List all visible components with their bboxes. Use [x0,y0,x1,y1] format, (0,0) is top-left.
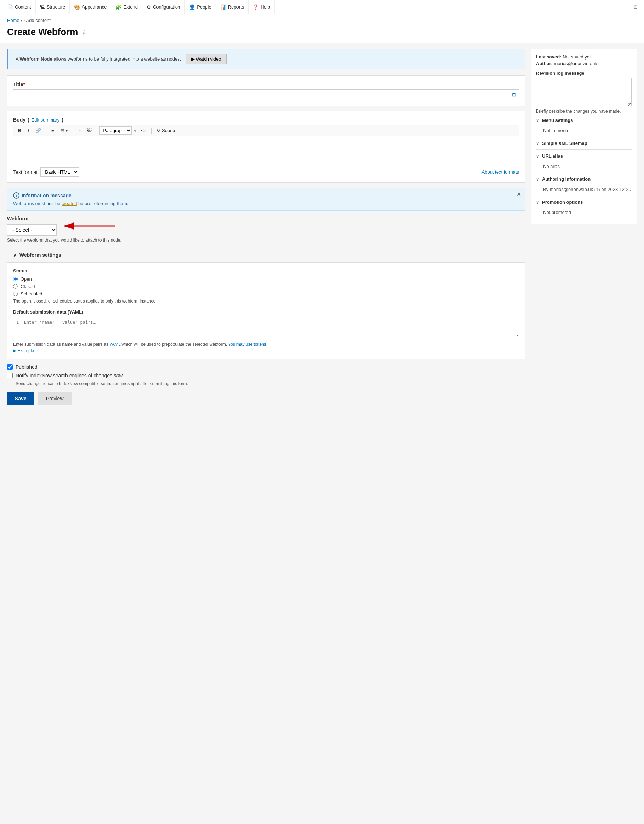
page-header: Create Webform ☆ [0,25,644,43]
people-icon: 👤 [189,4,195,10]
url-alias-chevron-icon: ∨ [536,154,539,159]
info-message-close-button[interactable]: ✕ [517,191,521,198]
toolbar-image-button[interactable]: 🖼 [84,127,94,134]
info-suffix: allows webforms to be fully integrated i… [54,56,181,61]
content-icon: 📄 [7,4,13,10]
extend-icon: 🧩 [115,4,121,10]
text-format-label: Text format [13,169,38,175]
promotion-chevron-icon: ∨ [536,200,539,205]
webform-selector-section: Webform - Select - Select the webform th… [7,216,525,243]
edit-summary-link[interactable]: Edit summary [32,117,60,123]
notify-label[interactable]: Notify IndexNow search engines of change… [15,373,123,378]
resize-handle-icon: ⊿ [627,101,630,106]
promotion-value: Not promoted [543,210,571,215]
watch-video-button[interactable]: ▶ Watch video [186,54,227,64]
info-circle-icon: i [13,192,20,199]
title-input[interactable] [13,89,519,100]
page-title: Create Webform [7,26,78,38]
info-message-title-text: Information message [21,193,72,198]
toolbar-blockquote-button[interactable]: ❝ [76,127,83,134]
toolbar-source-button[interactable]: ↻ Source [154,127,179,134]
toolbar-separator-1 [46,128,46,134]
yaml-link[interactable]: YAML [109,342,120,347]
info-text-after: before referencing them. [77,201,128,206]
notify-help-text: Send change notice to IndexNow compatibl… [15,381,525,386]
webform-select[interactable]: - Select - [7,224,57,235]
info-created-link[interactable]: created [61,201,77,206]
required-indicator: * [23,81,25,87]
revision-log-textarea[interactable] [536,78,632,106]
nav-label-structure: Structure [47,4,66,9]
body-field-section: Body ( Edit summary ) B I 🔗 ≡ ⊟ ▾ ❝ 🖼 Pa… [7,111,525,183]
example-link[interactable]: ▶ Example [13,348,34,353]
info-banner: A Webform Node allows webforms to be ful… [7,49,525,69]
nav-item-extend[interactable]: 🧩 Extend [111,0,142,14]
title-label: Title* [13,81,519,87]
toolbar-italic-button[interactable]: I [25,127,32,134]
webform-help-text: Select the webform that you would like t… [7,238,525,243]
toolbar-numbered-list-button[interactable]: ⊟ ▾ [58,127,71,134]
save-button[interactable]: Save [7,392,34,405]
nav-item-configuration[interactable]: ⚙ Configuration [142,0,185,14]
menu-settings-content: Not in menu [536,126,632,137]
promotion-accordion-header[interactable]: ∨ Promotion options [536,195,632,208]
about-text-formats-link[interactable]: About text formats [482,169,519,175]
nav-item-people[interactable]: 👤 People [185,0,216,14]
url-alias-accordion-header[interactable]: ∨ URL alias [536,149,632,162]
configuration-icon: ⚙ [147,4,151,10]
breadcrumb-add-content: Add content [26,18,51,23]
webform-settings-accordion-header[interactable]: ∧ Webform settings [8,248,525,263]
tokens-link[interactable]: You may use tokens. [228,342,267,347]
status-scheduled-radio[interactable] [13,292,18,296]
nav-right-icon[interactable]: ⊞ [630,4,641,9]
nav-label-extend: Extend [123,4,137,9]
yaml-label: Default submission data (YAML) [13,309,519,315]
right-panel-card: Last saved: Not saved yet Author: marios… [531,49,637,224]
nav-item-appearance[interactable]: 🎨 Appearance [70,0,111,14]
notify-checkbox[interactable] [7,373,13,378]
status-open-row: Open [13,276,519,281]
structure-icon: 🏗 [40,4,45,10]
status-closed-label[interactable]: Closed [20,284,35,289]
nav-item-content[interactable]: 📄 Content [3,0,36,14]
nav-label-content: Content [15,4,31,9]
notify-label-text: Notify IndexNow search engines of change… [15,373,113,378]
simple-xml-accordion-header[interactable]: ∨ Simple XML Sitemap [536,137,632,149]
published-row: Published [7,364,525,370]
nav-item-reports[interactable]: 📊 Reports [216,0,249,14]
notify-row: Notify IndexNow search engines of change… [7,373,525,378]
toolbar-bullet-list-button[interactable]: ≡ [49,127,57,134]
paragraph-format-select[interactable]: Paragraph [100,126,132,135]
status-closed-radio[interactable] [13,284,18,289]
menu-settings-value: Not in menu [543,128,568,133]
menu-settings-chevron-icon: ∨ [536,118,539,123]
title-input-wrapper: ⊞ [13,89,519,100]
status-open-label[interactable]: Open [20,276,32,281]
text-format-row: Text format Basic HTML Full HTML Plain t… [13,167,519,177]
body-editor-area[interactable] [13,136,519,164]
authoring-accordion-header[interactable]: ∨ Authoring information [536,172,632,185]
preview-button[interactable]: Preview [38,392,72,405]
toolbar-separator-2 [73,128,73,134]
simple-xml-label: Simple XML Sitemap [542,141,587,146]
webform-settings-label: Webform settings [20,252,61,258]
nav-item-help[interactable]: ❓ Help [248,0,275,14]
toolbar-bold-button[interactable]: B [15,127,24,134]
toolbar-code-button[interactable]: <> [138,127,149,134]
info-message-box: ✕ i Information message Webforms must fi… [7,188,525,211]
text-format-select[interactable]: Basic HTML Full HTML Plain text [40,167,79,177]
nav-item-structure[interactable]: 🏗 Structure [36,0,70,14]
published-checkbox[interactable] [7,364,13,370]
favorite-star-icon[interactable]: ☆ [81,28,88,37]
toolbar-link-button[interactable]: 🔗 [33,127,43,134]
status-open-radio[interactable] [13,277,18,281]
status-scheduled-row: Scheduled [13,291,519,297]
promotion-content: Not promoted [536,208,632,218]
webform-label: Webform [7,216,525,221]
published-label[interactable]: Published [15,364,38,370]
breadcrumb-home[interactable]: Home [7,18,20,23]
webform-select-container: - Select - [7,224,57,235]
yaml-textarea[interactable] [13,317,519,338]
status-scheduled-label[interactable]: Scheduled [20,291,42,297]
menu-settings-accordion-header[interactable]: ∨ Menu settings [536,114,632,126]
